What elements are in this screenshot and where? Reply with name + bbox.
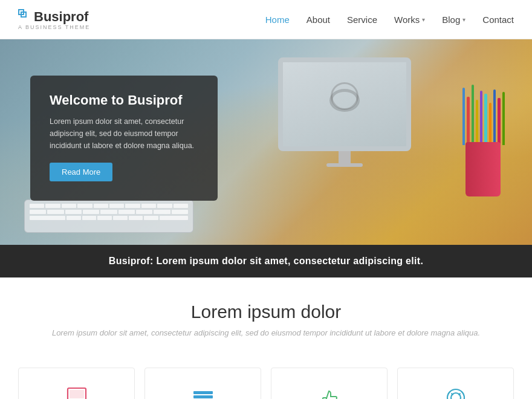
keyboard-rows [25,200,193,224]
works-dropdown-arrow: ▾ [422,16,425,23]
monitor-base [326,163,363,167]
svg-point-8 [447,389,464,399]
hero-title: Welcome to Busiprof [50,92,198,108]
logo-icon [18,9,31,25]
hero-section: Welcome to Busiprof Lorem ipsum dolor si… [0,39,532,245]
logo-tagline: A Business Theme [18,24,90,30]
blog-dropdown-arrow: ▾ [462,16,465,23]
nav-blog[interactable]: Blog ▾ [442,15,465,25]
logo-name: Busiprof [34,9,88,25]
header: Busiprof A Business Theme Home About Ser… [0,0,532,39]
nav-about[interactable]: About [307,15,330,25]
svg-rect-4 [193,391,213,394]
pencil-cup [459,94,508,196]
monitor-stand [339,151,351,163]
main-section: Lorem ipsum dolor Lorem ipsum dolor sit … [0,277,532,368]
hero-monitor [266,57,423,178]
card-thumbsup: Lorem ipsum Lorem ipsum dolor sit amet, … [271,368,388,399]
cards-row: Lorem ipsum Lorem ipsum dolor sit amet, … [0,368,532,399]
key-row-3 [30,216,188,220]
read-more-button[interactable]: Read More [50,163,112,181]
keyboard [24,199,193,233]
logo-text: Busiprof [18,9,88,25]
card-list: Lorem ipsum Lorem ipsum dolor sit amet, … [144,368,261,399]
lifering-icon [410,386,501,399]
key-row-1 [30,204,188,208]
list-icon [157,386,248,399]
card-lifering: Lorem ipsum Lorem ipsum dolor sit amet, … [397,368,514,399]
key-row-2 [30,210,188,214]
main-nav: Home About Service Works ▾ Blog ▾ Contac… [265,15,514,25]
monitor-screen [278,57,411,151]
nav-contact[interactable]: Contact [482,15,514,25]
svg-rect-3 [70,390,84,398]
laptop-icon [31,386,122,399]
svg-rect-5 [193,395,213,398]
section-subtitle: Lorem ipsum dolor sit amet, consectetur … [24,328,508,337]
nav-service[interactable]: Service [347,15,377,25]
nav-works[interactable]: Works ▾ [394,15,425,25]
nav-home[interactable]: Home [265,15,290,25]
card-laptop: Lorem ipsum Lorem ipsum dolor sit amet, … [18,368,135,399]
section-title: Lorem ipsum dolor [24,302,508,322]
banner-text: Busiprof: Lorem ipsum dolor sit amet, co… [109,256,423,266]
hero-description: Lorem ipsum dolor sit amet, consectetur … [50,115,198,152]
thumbsup-icon [284,386,375,399]
logo: Busiprof A Business Theme [18,9,90,30]
pencils [462,85,505,145]
cup-body [465,142,501,196]
banner-strip: Busiprof: Lorem ipsum dolor sit amet, co… [0,245,532,277]
hero-content-box: Welcome to Busiprof Lorem ipsum dolor si… [30,76,218,201]
